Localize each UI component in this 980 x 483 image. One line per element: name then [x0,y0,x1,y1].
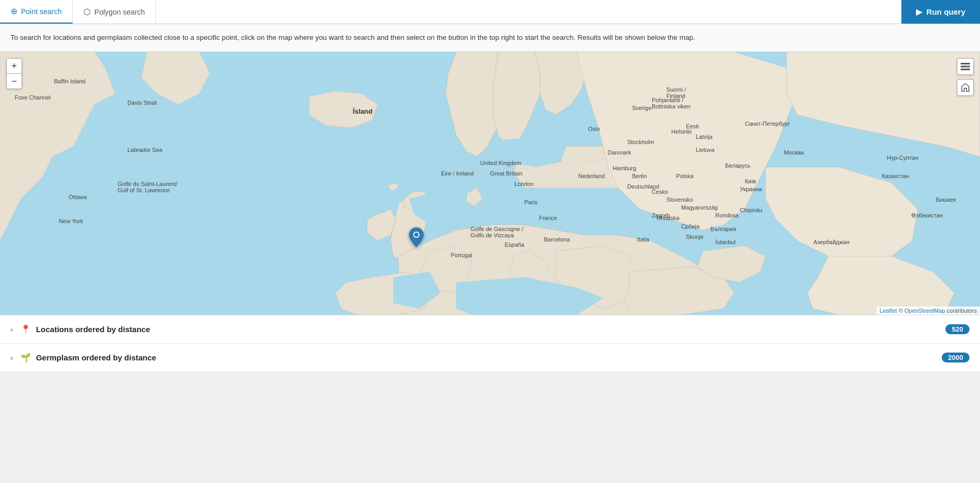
germplasm-label: Germplasm ordered by distance [36,353,936,362]
svg-rect-4 [961,66,970,68]
map-attribution: Leaflet © OpenStreetMap contributors [877,306,980,315]
layers-icon [961,62,970,71]
svg-point-7 [414,233,418,237]
tab-point-search-label: Point search [21,7,62,16]
svg-rect-3 [961,63,970,64]
locations-badge: 520 [945,324,970,334]
germplasm-chevron: › [10,354,13,362]
locations-label: Locations ordered by distance [36,325,941,334]
tab-point-search[interactable]: ⊕ Point search [0,0,73,24]
tab-polygon-search-label: Polygon search [94,8,145,16]
map-container[interactable]: Baffin Island Davis Strait Foxe Channel … [0,52,980,315]
results-section: › 📍 Locations ordered by distance 520 › … [0,315,980,372]
map-layers-button[interactable] [957,58,974,75]
tab-bar: ⊕ Point search ⬡ Polygon search ▶ Run qu… [0,0,980,24]
svg-rect-5 [961,69,970,70]
zoom-controls: + − [6,58,22,89]
germplasm-result-row[interactable]: › 🌱 Germplasm ordered by distance 2000 [0,344,980,372]
locations-result-row[interactable]: › 📍 Locations ordered by distance 520 [0,315,980,344]
tab-polygon-search[interactable]: ⬡ Polygon search [73,0,156,24]
germplasm-badge: 2000 [942,353,970,363]
zoom-out-button[interactable]: − [7,74,21,89]
locations-icon: 📍 [20,324,31,334]
point-search-icon: ⊕ [10,6,17,16]
germplasm-icon: 🌱 [20,353,31,363]
locations-chevron: › [10,325,13,334]
polygon-search-icon: ⬡ [83,7,91,17]
attribution-contributors: contributors [947,308,977,314]
tab-spacer [156,0,901,24]
map-svg [0,52,980,315]
info-text: To search for locations and germplasm co… [10,34,695,41]
location-pin-icon [409,227,424,247]
home-icon [961,83,970,92]
map-location-button[interactable] [957,79,974,96]
run-query-button[interactable]: ▶ Run query [901,0,980,24]
leaflet-link[interactable]: Leaflet [880,308,897,314]
osm-link[interactable]: OpenStreetMap [904,308,945,314]
run-query-icon: ▶ [916,7,922,17]
map-pin[interactable] [409,227,424,249]
info-bar: To search for locations and germplasm co… [0,24,980,52]
run-query-label: Run query [927,7,965,16]
zoom-in-button[interactable]: + [7,59,21,73]
